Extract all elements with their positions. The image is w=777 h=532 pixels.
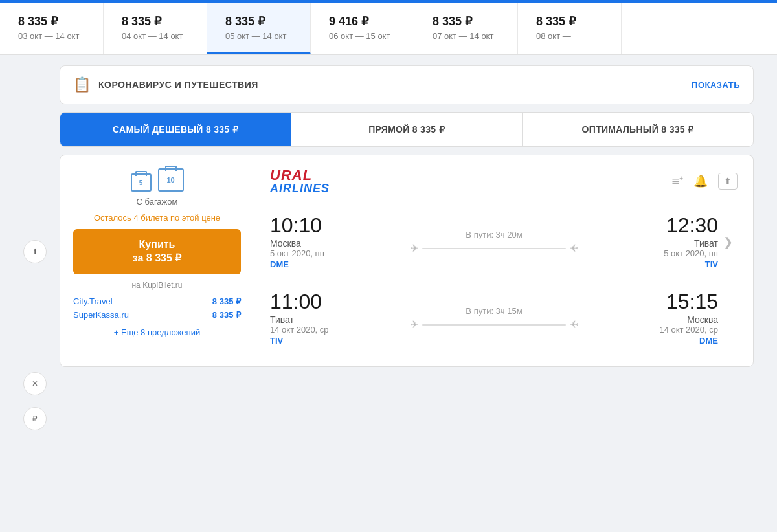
corona-show-btn[interactable]: ПОКАЗАТЬ — [692, 80, 740, 90]
sidebar-x-btn[interactable]: ✕ — [23, 372, 47, 395]
date-price-4: 8 335 ₽ — [433, 14, 499, 28]
flight-middle-0: В пути: 3ч 20м ✈ ✈ — [400, 230, 589, 254]
date-item-1[interactable]: 8 335 ₽ 04 окт — 14 окт — [104, 3, 207, 54]
arr-time-0: 12:30 — [666, 215, 718, 236]
corona-banner: 📋 КОРОНАВИРУС И ПУТЕШЕСТВИЯ ПОКАЗАТЬ — [60, 65, 754, 104]
dep-time-0: 10:10 — [270, 215, 400, 236]
departure-0: 10:10 Москва 5 окт 2020, пн DME — [270, 215, 400, 269]
route-line-1 — [422, 324, 566, 326]
date-price-3: 9 416 ₽ — [329, 14, 396, 28]
flight-tabs: САМЫЙ ДЕШЕВЫЙ 8 335 ₽ПРЯМОЙ 8 335 ₽ОПТИМ… — [60, 112, 754, 147]
departure-1: 11:00 Тиват 14 окт 2020, ср TIV — [270, 291, 400, 346]
flight-segments: 10:10 Москва 5 окт 2020, пн DME В пути: … — [270, 207, 738, 353]
date-item-0[interactable]: 8 335 ₽ 03 окт — 14 окт — [0, 3, 104, 54]
bell-icon[interactable]: 🔔 — [693, 174, 708, 188]
main-content: ℹ ✕ ₽ 📋 КОРОНАВИРУС И ПУТЕШЕСТВИЯ ПОКАЗА… — [13, 55, 764, 441]
route-line-0 — [422, 248, 566, 249]
dep-time-1: 11:00 — [270, 291, 400, 312]
sidebar-rub-btn[interactable]: ₽ — [23, 407, 47, 430]
price-link-value-1: 8 335 ₽ — [212, 310, 241, 320]
arr-date-0: 5 окт 2020, пн — [664, 249, 718, 258]
arr-city-0: Тиват — [694, 238, 718, 249]
baggage-icons: 5 10 — [131, 168, 184, 192]
flight-line-0: ✈ ✈ — [410, 242, 578, 254]
date-range-2: 05 окт — 14 окт — [225, 31, 292, 41]
date-item-3[interactable]: 9 416 ₽ 06 окт — 15 окт — [311, 3, 414, 54]
share-icon[interactable]: ⬆ — [718, 173, 738, 190]
date-range-5: 08 окт — — [536, 31, 603, 41]
plane-depart-icon-0: ✈ — [410, 242, 418, 254]
flight-actions: ≡+ 🔔 ⬆ — [671, 173, 738, 190]
date-price-5: 8 335 ₽ — [536, 14, 603, 28]
small-bag-box: 5 — [131, 173, 152, 192]
dep-city-1: Тиват — [270, 315, 400, 325]
booking-panel: 5 10 С багажом Осталось 4 билета по этой… — [60, 155, 254, 366]
site-label: на KupiBilet.ru — [131, 281, 182, 290]
date-bar: 8 335 ₽ 03 окт — 14 окт 8 335 ₽ 04 окт —… — [0, 3, 777, 55]
baggage-label: С багажом — [137, 197, 178, 206]
duration-1: В пути: 3ч 15м — [466, 306, 522, 316]
dep-date-0: 5 окт 2020, пн — [270, 249, 400, 258]
date-range-0: 03 окт — 14 окт — [18, 31, 85, 41]
corona-left: 📋 КОРОНАВИРУС И ПУТЕШЕСТВИЯ — [73, 76, 258, 93]
arrival-1: 15:15 Москва 14 окт 2020, ср DME — [589, 291, 718, 346]
price-link-row-0: City.Travel 8 335 ₽ — [73, 296, 241, 306]
airline-name-ural: URAL — [270, 168, 330, 183]
arr-city-1: Москва — [687, 315, 718, 325]
plane-arrive-icon-0: ✈ — [570, 242, 578, 254]
flight-segment-1: 11:00 Тиват 14 окт 2020, ср TIV В пути: … — [270, 283, 738, 353]
date-price-1: 8 335 ₽ — [122, 14, 188, 28]
arr-code-1: DME — [699, 336, 718, 346]
date-item-5[interactable]: 8 335 ₽ 08 окт — — [518, 3, 622, 54]
flight-line-1: ✈ ✈ — [410, 318, 578, 331]
more-offers-btn[interactable]: + Еще 8 предложений — [73, 327, 241, 337]
dep-code-1: TIV — [270, 336, 400, 346]
airline-logo: URAL AIRLINES — [270, 168, 330, 194]
tab-cheapest[interactable]: САМЫЙ ДЕШЕВЫЙ 8 335 ₽ — [60, 113, 291, 146]
tab-optimal[interactable]: ОПТИМАЛЬНЫЙ 8 335 ₽ — [523, 113, 753, 146]
price-links: City.Travel 8 335 ₽ SuperKassa.ru 8 335 … — [73, 296, 241, 320]
expand-icon-0[interactable]: ❯ — [718, 235, 738, 249]
tab-direct[interactable]: ПРЯМОЙ 8 335 ₽ — [291, 113, 523, 146]
flight-details: URAL AIRLINES ≡+ 🔔 ⬆ 10:10 Москва 5 окт … — [254, 155, 753, 366]
segment-sep-1 — [270, 280, 738, 280]
date-range-4: 07 окт — 14 окт — [433, 31, 499, 41]
plane-arrive-icon-1: ✈ — [570, 318, 578, 331]
large-bag-box: 10 — [158, 168, 184, 192]
flight-middle-1: В пути: 3ч 15м ✈ ✈ — [400, 306, 589, 331]
duration-0: В пути: 3ч 20м — [466, 230, 522, 239]
date-range-1: 04 окт — 14 окт — [122, 31, 188, 41]
date-range-3: 06 окт — 15 окт — [329, 31, 396, 41]
date-price-2: 8 335 ₽ — [225, 14, 292, 28]
arr-date-1: 14 окт 2020, ср — [659, 325, 718, 335]
buy-button[interactable]: Купить за 8 335 ₽ — [73, 229, 241, 274]
corona-title: КОРОНАВИРУС И ПУТЕШЕСТВИЯ — [98, 80, 258, 90]
flight-segment-0: 10:10 Москва 5 окт 2020, пн DME В пути: … — [270, 207, 738, 277]
arr-time-1: 15:15 — [666, 291, 718, 312]
airline-name-airlines: AIRLINES — [270, 183, 330, 194]
date-price-0: 8 335 ₽ — [18, 14, 85, 28]
dep-date-1: 14 окт 2020, ср — [270, 325, 400, 335]
flight-card: 5 10 С багажом Осталось 4 билета по этой… — [60, 155, 754, 367]
price-link-row-1: SuperKassa.ru 8 335 ₽ — [73, 310, 241, 320]
arr-code-0: TIV — [705, 260, 718, 269]
price-link-name-1[interactable]: SuperKassa.ru — [73, 310, 129, 320]
small-bag-icon: 5 — [131, 173, 152, 192]
dep-city-0: Москва — [270, 238, 400, 249]
sidebar: ℹ ✕ ₽ — [23, 65, 49, 430]
dep-code-0: DME — [270, 260, 400, 269]
content-area: 📋 КОРОНАВИРУС И ПУТЕШЕСТВИЯ ПОКАЗАТЬ САМ… — [60, 65, 754, 430]
sidebar-info-btn[interactable]: ℹ — [23, 240, 47, 263]
corona-icon: 📋 — [73, 76, 91, 93]
date-item-4[interactable]: 8 335 ₽ 07 окт — 14 окт — [414, 3, 518, 54]
price-link-name-0[interactable]: City.Travel — [73, 296, 113, 306]
plane-depart-icon-1: ✈ — [410, 318, 418, 331]
compare-icon[interactable]: ≡+ — [671, 174, 683, 189]
airline-header: URAL AIRLINES ≡+ 🔔 ⬆ — [270, 168, 738, 194]
large-bag-icon: 10 — [158, 168, 184, 192]
date-item-2[interactable]: 8 335 ₽ 05 окт — 14 окт — [207, 3, 311, 54]
remaining-tickets: Осталось 4 билета по этой цене — [94, 213, 220, 223]
site-link[interactable]: KupiBilet.ru — [142, 281, 182, 290]
arrival-0: 12:30 Тиват 5 окт 2020, пн TIV — [589, 215, 718, 269]
price-link-value-0: 8 335 ₽ — [212, 296, 241, 306]
